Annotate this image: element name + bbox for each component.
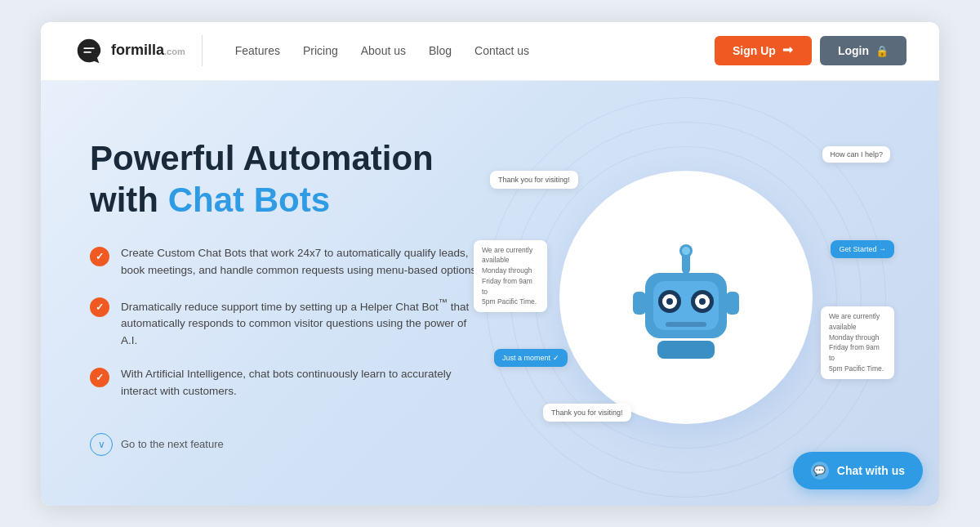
check-icon-3 [90, 368, 109, 387]
robot-illustration [617, 228, 755, 367]
chat-widget-button[interactable]: 💬 Chat with us [793, 452, 923, 489]
nav-about[interactable]: About us [361, 44, 406, 57]
feature-item-3: With Artificial Intelligence, chat bots … [90, 366, 482, 400]
hero-title-line1: Powerful Automation [90, 139, 434, 177]
feature-list: Create Custom Chat Bots that work 24x7 t… [90, 245, 482, 400]
header-right: Sign Up ⮕ Login 🔒 [715, 36, 906, 65]
chat-bubble-3: We are currently availableMonday through… [474, 240, 547, 313]
logo: formilla.com [74, 35, 203, 66]
signup-label: Sign Up [733, 44, 776, 57]
feature-text-1: Create Custom Chat Bots that work 24x7 t… [121, 245, 482, 279]
logo-sub: .com [164, 47, 185, 56]
robot-circle [559, 171, 813, 424]
svg-point-11 [699, 298, 706, 305]
next-feature[interactable]: ∨ Go to the next feature [90, 433, 482, 456]
header: formilla.com Features Pricing About us B… [41, 22, 939, 81]
chat-bubble-4: Get Started → [831, 240, 894, 258]
svg-rect-14 [726, 292, 739, 315]
svg-rect-15 [657, 341, 715, 359]
check-icon-1 [90, 247, 109, 266]
nav-features[interactable]: Features [235, 44, 280, 57]
nav-contact[interactable]: Contact us [474, 44, 529, 57]
chat-icon: 💬 [811, 462, 829, 480]
chat-bubble-2: How can I help? [822, 146, 890, 163]
logo-text-block: formilla.com [111, 42, 185, 59]
next-circle-icon: ∨ [90, 433, 113, 456]
main-nav: Features Pricing About us Blog Contact u… [235, 44, 529, 57]
feature-item-2: Dramatically reduce support time by sett… [90, 296, 482, 350]
logo-icon [74, 35, 105, 66]
hero-title-line2: with [90, 181, 168, 219]
hero-title-highlight: Chat Bots [168, 181, 330, 219]
page-wrapper: formilla.com Features Pricing About us B… [41, 22, 939, 506]
feature-text-2: Dramatically reduce support time by sett… [121, 296, 482, 350]
hero-title: Powerful Automation with Chat Bots [90, 138, 482, 221]
hero-content: Powerful Automation with Chat Bots Creat… [90, 138, 482, 456]
nav-pricing[interactable]: Pricing [303, 44, 338, 57]
hero-section: Powerful Automation with Chat Bots Creat… [41, 81, 939, 506]
lock-icon: 🔒 [875, 45, 889, 57]
signup-button[interactable]: Sign Up ⮕ [715, 36, 812, 65]
chat-bubble-5: Just a moment ✓ [494, 349, 568, 367]
signin-icon: ⮕ [782, 44, 794, 57]
next-feature-label: Go to the next feature [121, 438, 224, 450]
nav-blog[interactable]: Blog [429, 44, 452, 57]
check-icon-2 [90, 297, 109, 317]
hero-illustration: Thank you for visiting! How can I help? … [482, 126, 890, 469]
logo-brand: formilla [111, 42, 164, 58]
header-left: formilla.com Features Pricing About us B… [74, 35, 529, 66]
feature-text-3: With Artificial Intelligence, chat bots … [121, 366, 482, 400]
chat-bubble-1: Thank you for visiting! [490, 171, 578, 189]
chat-bubble-7: Thank you for visiting! [543, 404, 631, 422]
chat-bubble-6: We are currently availableMonday through… [821, 306, 894, 379]
login-label: Login [838, 44, 869, 57]
login-button[interactable]: Login 🔒 [820, 36, 906, 65]
chat-widget-label: Chat with us [837, 464, 905, 477]
svg-rect-13 [633, 292, 646, 315]
svg-point-10 [666, 298, 673, 305]
svg-rect-12 [666, 322, 706, 327]
feature-item-1: Create Custom Chat Bots that work 24x7 t… [90, 245, 482, 279]
svg-point-5 [682, 247, 690, 255]
